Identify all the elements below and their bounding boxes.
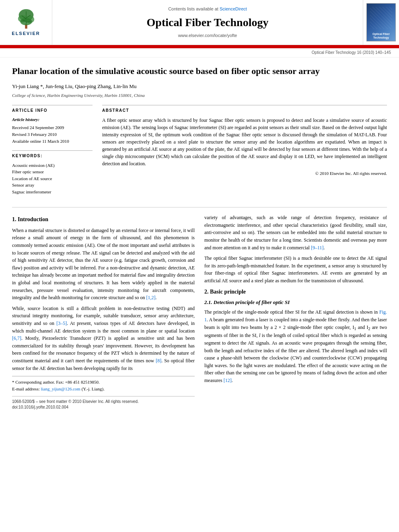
- abstract-label: ABSTRACT: [102, 108, 387, 113]
- right-para2: The optical fiber Sagnac interferometer …: [204, 255, 387, 284]
- right-para1: variety of advantages, such as wide rang…: [204, 214, 387, 251]
- keyword-3: Location of AE source: [12, 175, 93, 182]
- main-content: Planar location of the simulative acoust…: [0, 58, 399, 418]
- elsevier-brand-text: ELSEVIER: [12, 31, 40, 37]
- journal-cover: Optical Fiber Technology: [363, 0, 399, 45]
- body-left-col: 1. Introduction When a material structur…: [12, 214, 195, 410]
- fig1-ref[interactable]: Fig. 1: [204, 309, 387, 322]
- journal-header: ELSEVIER Contents lists available at Sci…: [0, 0, 399, 48]
- footnote-bottom: 1068-5200/$ – see front matter © 2010 El…: [12, 396, 195, 410]
- article-info-box: ARTICLE INFO Article history: Received 2…: [12, 105, 93, 145]
- keyword-1: Acoustic emission (AE): [12, 162, 93, 169]
- ref-6-7[interactable]: [6,7]: [12, 335, 21, 341]
- ref-1-2[interactable]: [1,2]: [146, 295, 156, 300]
- article-info-col: ARTICLE INFO Article history: Received 2…: [12, 105, 93, 201]
- email-link[interactable]: liang_yijun@126.com: [41, 386, 80, 391]
- article-title: Planar location of the simulative acoust…: [12, 66, 387, 77]
- keywords-label: Keywords:: [12, 153, 93, 159]
- keyword-5: Sagnac interferometer: [12, 189, 93, 195]
- revised-date: Revised 3 February 2010: [12, 131, 93, 138]
- page-wrapper: ELSEVIER Contents lists available at Sci…: [0, 0, 399, 532]
- intro-para1: When a material structure is distorted o…: [12, 227, 195, 302]
- email-person: (Y.-j. Liang).: [82, 386, 105, 391]
- cover-label: Optical Fiber Technology: [368, 33, 395, 39]
- header-top: ELSEVIER Contents lists available at Sci…: [0, 0, 399, 45]
- detection-principle-subheading: 2.1. Detection principle of fiber optic …: [204, 299, 387, 306]
- body-right-col: variety of advantages, such as wide rang…: [204, 214, 387, 410]
- article-info-abstract-row: ARTICLE INFO Article history: Received 2…: [12, 105, 387, 201]
- received-date: Received 24 September 2009: [12, 125, 93, 131]
- basic-principle-heading: 2. Basic principle: [204, 288, 387, 296]
- ref-3-5[interactable]: [3–5]: [56, 320, 67, 326]
- footnote-star: * Corresponding author. Fax: +86 451 825…: [12, 379, 195, 386]
- issn-line: 1068-5200/$ – see front matter © 2010 El…: [12, 399, 195, 405]
- contents-available-text: Contents lists available at ScienceDirec…: [168, 6, 247, 12]
- abstract-col: ABSTRACT A fiber optic sensor array whic…: [102, 105, 387, 201]
- header-center: Contents lists available at ScienceDirec…: [52, 0, 363, 45]
- email-label: E-mail address:: [12, 386, 40, 391]
- abstract-text: A fiber optic sensor array which is stru…: [102, 117, 387, 167]
- ref-8[interactable]: [8]: [156, 358, 161, 364]
- elsevier-tree-icon: [14, 8, 38, 30]
- journal-title: Optical Fiber Technology: [147, 14, 269, 30]
- keywords-box: Keywords: Acoustic emission (AE) Fiber o…: [12, 150, 93, 195]
- header-red-bar: [0, 45, 399, 47]
- keyword-2: Fiber optic sensor: [12, 168, 93, 175]
- doi-line: doi:10.1016/j.yofte.2010.02.004: [12, 405, 195, 410]
- body-divider: [12, 207, 387, 207]
- ref-9-11[interactable]: [9–11]: [311, 245, 324, 251]
- authors: Yi-jun Liang *, Jun-feng Liu, Qiao-ping …: [12, 83, 387, 90]
- footnote-email: E-mail address: liang_yijun@126.com (Y.-…: [12, 386, 195, 392]
- journal-url: www.elsevier.com/locate/yofte: [178, 33, 237, 39]
- copyright-line: © 2010 Elsevier Inc. All rights reserved…: [102, 170, 387, 177]
- ref-12[interactable]: [12]: [224, 378, 232, 383]
- elsevier-logo: ELSEVIER: [0, 0, 52, 45]
- footnote-area: * Corresponding author. Fax: +86 451 825…: [12, 376, 195, 392]
- affiliation: College of Science, Harbin Engineering U…: [12, 92, 387, 99]
- keyword-4: Sensor array: [12, 182, 93, 189]
- article-history-label: Article history:: [12, 117, 93, 123]
- article-meta-bar: Optical Fiber Technology 16 (2010) 140–1…: [0, 48, 399, 58]
- sciencedirect-link[interactable]: ScienceDirect: [220, 6, 247, 11]
- article-info-label: ARTICLE INFO: [12, 108, 93, 113]
- cover-image: Optical Fiber Technology: [366, 3, 396, 41]
- intro-para2: While, source location is still a diffic…: [12, 305, 195, 372]
- authors-text: Yi-jun Liang *, Jun-feng Liu, Qiao-ping …: [12, 83, 136, 89]
- abstract-box: ABSTRACT A fiber optic sensor array whic…: [102, 105, 387, 177]
- available-date: Available online 11 March 2010: [12, 138, 93, 144]
- right-para3: The principle of the single-mode optical…: [204, 308, 387, 384]
- intro-heading: 1. Introduction: [12, 216, 195, 224]
- body-columns: 1. Introduction When a material structur…: [12, 214, 387, 410]
- keywords-list: Acoustic emission (AE) Fiber optic senso…: [12, 162, 93, 195]
